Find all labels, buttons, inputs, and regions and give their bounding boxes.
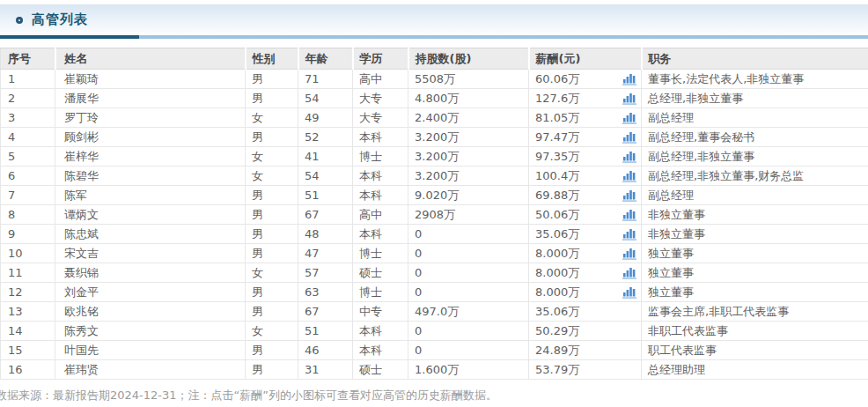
cell-shares: 0: [408, 225, 529, 244]
title-underline: [0, 35, 868, 39]
cell-education: 中专: [353, 302, 408, 322]
salary-value: 53.79万: [535, 362, 579, 378]
cell-no: 13: [1, 302, 55, 322]
table-body: 1崔颖琦男71高中5508万60.06万董事长,法定代表人,非独立董事2潘展华男…: [1, 70, 868, 380]
cell-name: 顾剑彬: [55, 128, 246, 147]
salary-history-bar-chart-icon[interactable]: [622, 248, 636, 260]
cell-shares: 4.800万: [408, 89, 529, 108]
cell-salary: 35.06万: [529, 225, 642, 244]
cell-position: 职工代表监事: [642, 341, 868, 360]
cell-salary: 35.06万: [529, 302, 642, 322]
col-header-position: 职务: [642, 48, 868, 70]
table-row: 14陈秀文女51本科050.29万非职工代表监事: [1, 322, 868, 341]
cell-education: 大专: [353, 108, 408, 128]
cell-salary: 50.06万: [529, 205, 642, 225]
salary-history-bar-chart-icon[interactable]: [622, 228, 636, 240]
cell-salary: 127.6万: [529, 89, 642, 108]
salary-history-bar-chart-icon[interactable]: [622, 209, 636, 221]
salary-value: 50.06万: [535, 207, 579, 223]
cell-age: 51: [298, 186, 353, 205]
cell-age: 57: [298, 263, 353, 283]
cell-education: 本科: [353, 128, 408, 147]
cell-shares: 0: [408, 341, 529, 360]
cell-age: 67: [298, 205, 353, 225]
cell-gender: 女: [246, 147, 298, 166]
cell-shares: 0: [408, 322, 529, 341]
cell-position: 独立董事: [642, 263, 868, 283]
cell-no: 11: [1, 263, 55, 283]
salary-history-bar-chart-icon[interactable]: [622, 112, 636, 124]
cell-position: 副总经理,非独立董事: [642, 147, 868, 166]
cell-no: 16: [1, 360, 55, 380]
cell-name: 刘金平: [55, 283, 246, 302]
cell-gender: 女: [246, 322, 298, 341]
cell-no: 5: [1, 147, 55, 166]
cell-name: 陈碧华: [55, 166, 246, 186]
cell-position: 非独立董事: [642, 205, 868, 225]
table-row: 11聂织锦女57硕士08.000万独立董事: [1, 263, 868, 283]
salary-history-bar-chart-icon[interactable]: [622, 151, 636, 163]
cell-shares: 0: [408, 283, 529, 302]
cell-gender: 男: [246, 205, 298, 225]
col-header-education: 学历: [353, 48, 408, 70]
page-title: 高管列表: [32, 11, 88, 28]
cell-salary: 53.79万: [529, 360, 642, 380]
cell-gender: 男: [246, 283, 298, 302]
salary-history-bar-chart-icon[interactable]: [622, 170, 636, 182]
cell-salary: 97.35万: [529, 147, 642, 166]
cell-shares: 5508万: [408, 70, 529, 89]
cell-no: 8: [1, 205, 55, 225]
salary-value: 50.29万: [535, 323, 579, 339]
salary-value: 127.6万: [535, 91, 579, 107]
cell-position: 总经理助理: [642, 360, 868, 380]
col-header-age: 年龄: [298, 48, 353, 70]
table-row: 1崔颖琦男71高中5508万60.06万董事长,法定代表人,非独立董事: [1, 70, 868, 89]
salary-value: 8.000万: [535, 246, 579, 262]
cell-education: 高中: [353, 70, 408, 89]
table-row: 12刘金平男63博士08.000万独立董事: [1, 283, 868, 302]
cell-gender: 男: [246, 186, 298, 205]
cell-no: 9: [1, 225, 55, 244]
col-header-salary: 薪酬(元): [529, 48, 642, 70]
cell-no: 7: [1, 186, 55, 205]
cell-age: 49: [298, 108, 353, 128]
cell-no: 6: [1, 166, 55, 186]
salary-history-bar-chart-icon[interactable]: [622, 286, 636, 299]
cell-name: 陈秀文: [55, 322, 246, 341]
salary-value: 24.89万: [535, 343, 579, 359]
cell-shares: 9.020万: [408, 186, 529, 205]
salary-history-bar-chart-icon[interactable]: [622, 189, 636, 202]
cell-gender: 男: [246, 70, 298, 89]
cell-shares: 3.200万: [408, 147, 529, 166]
cell-gender: 男: [246, 225, 298, 244]
cell-position: 副总经理,非独立董事,财务总监: [642, 166, 868, 186]
salary-history-bar-chart-icon[interactable]: [622, 131, 636, 144]
cell-shares: 497.0万: [408, 302, 529, 322]
cell-position: 副总经理,董事会秘书: [642, 128, 868, 147]
cell-position: 非独立董事: [642, 225, 868, 244]
cell-age: 54: [298, 89, 353, 108]
cell-age: 51: [298, 322, 353, 341]
table-row: 6陈碧华女54本科3.200万100.4万副总经理,非独立董事,财务总监: [1, 166, 868, 186]
cell-no: 10: [1, 244, 55, 263]
salary-value: 97.47万: [535, 130, 579, 145]
col-header-gender: 性别: [246, 48, 298, 70]
cell-no: 15: [1, 341, 55, 360]
executive-list-panel: 高管列表 序号 姓名 性别 年龄 学历 持股数(股) 薪酬(元) 职务: [0, 0, 868, 403]
table-header-row: 序号 姓名 性别 年龄 学历 持股数(股) 薪酬(元) 职务: [1, 48, 868, 70]
salary-history-bar-chart-icon[interactable]: [622, 92, 636, 105]
cell-salary: 50.29万: [529, 322, 642, 341]
cell-education: 本科: [353, 322, 408, 341]
cell-position: 非职工代表监事: [642, 322, 868, 341]
salary-value: 35.06万: [535, 304, 579, 320]
cell-salary: 69.88万: [529, 186, 642, 205]
cell-position: 董事长,法定代表人,非独立董事: [642, 70, 868, 89]
salary-value: 81.05万: [535, 110, 579, 126]
table-row: 3罗丁玲女49大专2.400万81.05万副总经理: [1, 108, 868, 128]
executives-table-wrap: 序号 姓名 性别 年龄 学历 持股数(股) 薪酬(元) 职务 1崔颖琦男71高中…: [0, 48, 868, 380]
salary-history-bar-chart-icon[interactable]: [622, 73, 636, 85]
col-header-name: 姓名: [55, 48, 246, 70]
executives-table: 序号 姓名 性别 年龄 学历 持股数(股) 薪酬(元) 职务 1崔颖琦男71高中…: [0, 48, 868, 380]
salary-history-bar-chart-icon[interactable]: [622, 267, 636, 279]
salary-value: 97.35万: [535, 149, 579, 165]
